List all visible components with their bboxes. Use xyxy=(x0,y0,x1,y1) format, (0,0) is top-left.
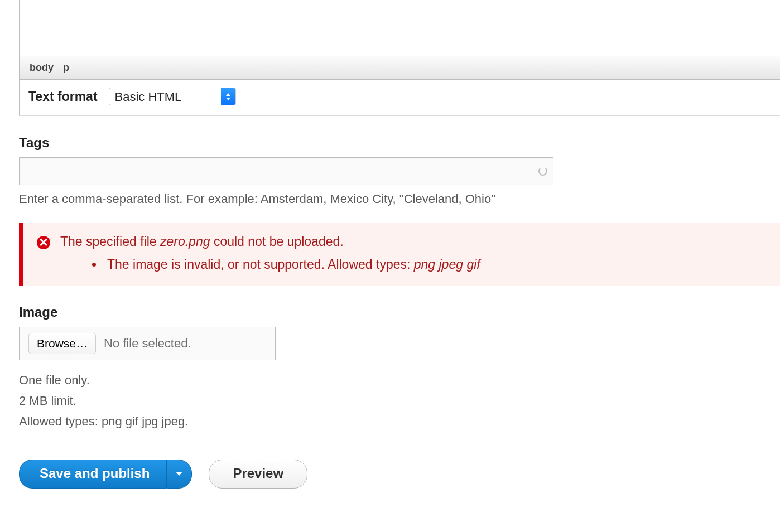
text-format-select[interactable]: Basic HTML xyxy=(109,88,236,105)
save-publish-button[interactable]: Save and publish xyxy=(19,460,166,489)
upload-error-message: The specified file zero.png could not be… xyxy=(19,223,780,286)
text-format-label: Text format xyxy=(28,89,98,104)
file-hint-limit: One file only. xyxy=(19,370,780,390)
browse-button[interactable]: Browse… xyxy=(28,333,96,354)
tags-field: Tags Enter a comma-separated list. For e… xyxy=(19,135,780,206)
file-hint-size: 2 MB limit. xyxy=(19,391,780,410)
image-field: Image Browse… No file selected. One file… xyxy=(19,304,780,432)
error-text: The specified file zero.png could not be… xyxy=(60,234,344,249)
error-prefix: The specified file xyxy=(60,234,160,249)
form-actions: Save and publish Preview xyxy=(19,460,780,489)
file-hint-types: Allowed types: png gif jpg jpeg. xyxy=(19,412,780,431)
preview-button[interactable]: Preview xyxy=(209,460,307,489)
file-hints: One file only. 2 MB limit. Allowed types… xyxy=(19,370,780,432)
text-format-bar: Text format Basic HTML xyxy=(19,80,780,116)
file-input[interactable]: Browse… No file selected. xyxy=(19,327,276,360)
error-suffix: could not be uploaded. xyxy=(210,234,344,249)
autocomplete-throbber-icon xyxy=(538,167,547,176)
image-label: Image xyxy=(19,304,780,320)
tags-help-text: Enter a comma-separated list. For exampl… xyxy=(19,192,780,206)
select-chevron-icon xyxy=(221,88,235,105)
tags-input[interactable] xyxy=(19,157,553,185)
error-detail-types: png jpeg gif xyxy=(414,257,480,272)
error-icon xyxy=(37,236,50,249)
save-publish-group: Save and publish xyxy=(19,460,192,489)
tags-label: Tags xyxy=(19,135,780,151)
error-filename: zero.png xyxy=(160,234,210,249)
text-format-selected: Basic HTML xyxy=(109,88,221,105)
editor-element-path: body p xyxy=(20,56,780,79)
editor-content-area[interactable] xyxy=(20,0,780,56)
editor-path-segment[interactable]: p xyxy=(63,62,69,73)
editor-path-segment[interactable]: body xyxy=(30,62,54,73)
save-publish-dropdown[interactable] xyxy=(166,460,192,489)
rich-text-editor[interactable]: body p xyxy=(19,0,780,80)
error-detail-text: The image is invalid, or not supported. … xyxy=(107,257,414,272)
no-file-text: No file selected. xyxy=(104,336,191,351)
error-detail: The image is invalid, or not supported. … xyxy=(104,257,765,272)
